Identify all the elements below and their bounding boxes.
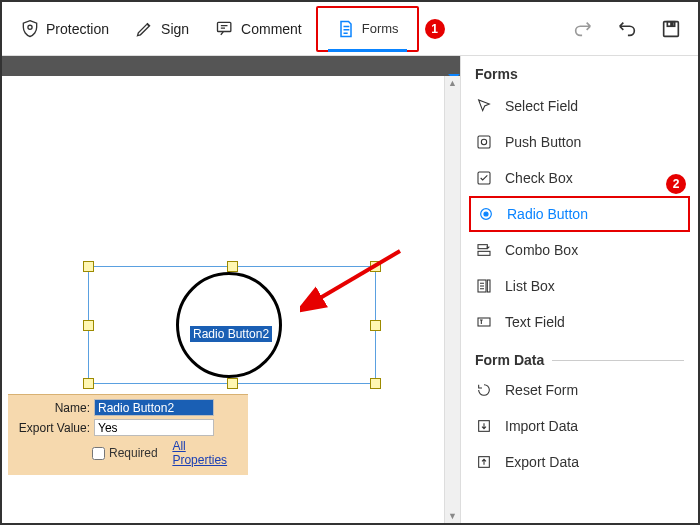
comment-icon [215, 19, 235, 39]
annotation-arrow [300, 246, 410, 316]
export-value-input[interactable] [94, 419, 214, 436]
svg-rect-14 [487, 280, 490, 292]
protection-label: Protection [46, 21, 109, 37]
svg-rect-15 [478, 318, 490, 326]
cursor-icon [475, 98, 493, 114]
import-data-button[interactable]: Import Data [461, 408, 698, 444]
push-button-tool[interactable]: Push Button [461, 124, 698, 160]
main-toolbar: Protection Sign Comment Forms 1 [2, 2, 698, 56]
svg-rect-1 [218, 22, 231, 31]
all-properties-link[interactable]: All Properties [172, 439, 242, 467]
svg-point-10 [484, 212, 488, 216]
form-page-icon [336, 19, 356, 39]
redo-icon [572, 18, 594, 40]
vertical-scrollbar[interactable] [444, 76, 460, 523]
protection-tab[interactable]: Protection [8, 6, 121, 52]
select-field-tool[interactable]: Select Field [461, 88, 698, 124]
svg-rect-6 [478, 136, 490, 148]
save-button[interactable] [650, 6, 692, 52]
reset-icon [475, 382, 493, 398]
comment-label: Comment [241, 21, 302, 37]
combo-icon [475, 242, 493, 258]
resize-handle[interactable] [370, 320, 381, 331]
sign-tab[interactable]: Sign [123, 6, 201, 52]
list-icon [475, 278, 493, 294]
canvas[interactable]: Radio Button2 Name: Export Value: Requir… [2, 56, 460, 523]
radio-button-tool[interactable]: Radio Button [469, 196, 690, 232]
resize-handle[interactable] [83, 378, 94, 389]
export-value-label: Export Value: [14, 421, 94, 435]
annotation-1: 1 [425, 19, 445, 39]
sign-label: Sign [161, 21, 189, 37]
shield-icon [20, 19, 40, 39]
svg-rect-12 [478, 251, 490, 255]
annotation-2: 2 [666, 174, 686, 194]
save-icon [660, 18, 682, 40]
field-properties-panel: Name: Export Value: Required All Propert… [8, 394, 248, 475]
push-button-icon [475, 134, 493, 150]
export-data-button[interactable]: Export Data [461, 444, 698, 480]
undo-icon [616, 18, 638, 40]
required-checkbox[interactable] [92, 447, 105, 460]
reset-form-button[interactable]: Reset Form [461, 372, 698, 408]
svg-line-5 [315, 251, 400, 301]
field-label: Radio Button2 [190, 326, 272, 342]
resize-handle[interactable] [83, 320, 94, 331]
required-label: Required [109, 446, 158, 460]
comment-tab[interactable]: Comment [203, 6, 314, 52]
pen-icon [135, 19, 155, 39]
forms-tab[interactable]: Forms [316, 6, 419, 52]
undo-button[interactable] [606, 6, 648, 52]
resize-handle[interactable] [227, 378, 238, 389]
name-label: Name: [14, 401, 94, 415]
text-field-tool[interactable]: Text Field [461, 304, 698, 340]
svg-rect-11 [478, 245, 487, 249]
radio-icon [477, 206, 495, 222]
svg-rect-4 [671, 22, 673, 25]
list-box-tool[interactable]: List Box [461, 268, 698, 304]
resize-handle[interactable] [227, 261, 238, 272]
svg-point-0 [28, 25, 32, 29]
side-panel-title: Forms [461, 66, 698, 88]
combo-box-tool[interactable]: Combo Box [461, 232, 698, 268]
redo-button[interactable] [562, 6, 604, 52]
ruler-strip [2, 56, 460, 76]
forms-label: Forms [362, 21, 399, 36]
resize-handle[interactable] [83, 261, 94, 272]
import-icon [475, 418, 493, 434]
form-data-header: Form Data [461, 340, 698, 372]
radio-button-field[interactable] [176, 272, 282, 378]
resize-handle[interactable] [370, 378, 381, 389]
forms-side-panel: Forms Select Field Push Button Check Box… [460, 56, 698, 523]
text-field-icon [475, 314, 493, 330]
svg-point-7 [481, 139, 486, 144]
name-input[interactable] [94, 399, 214, 416]
checkbox-icon [475, 170, 493, 186]
check-box-tool[interactable]: Check Box [461, 160, 698, 196]
export-icon [475, 454, 493, 470]
